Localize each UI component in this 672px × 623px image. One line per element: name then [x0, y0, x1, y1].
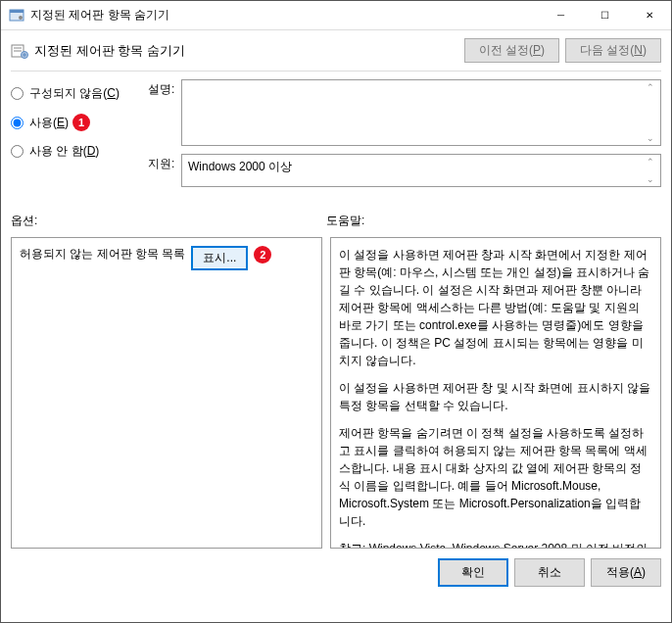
previous-setting-button[interactable]: 이전 설정(P) — [464, 38, 559, 63]
radio-enabled[interactable]: 사용(E) 1 — [11, 114, 148, 131]
header-title: 지정된 제어판 항목 숨기기 — [34, 42, 458, 60]
options-pane: 허용되지 않는 제어판 항목 목록 표시... 2 — [11, 237, 322, 549]
help-paragraph-3: 제어판 항목을 숨기려면 이 정책 설정을 사용하도록 설정하고 표시를 클릭하… — [339, 424, 652, 530]
config-area: 구성되지 않음(C) 사용(E) 1 사용 안 함(D) 설명: ⌃⌄ 지원: … — [1, 72, 671, 195]
section-labels: 옵션: 도움말: — [1, 195, 671, 233]
app-icon — [9, 8, 24, 24]
help-paragraph-4: 참고: Windows Vista, Windows Server 2008 및… — [339, 540, 652, 549]
panes: 허용되지 않는 제어판 항목 목록 표시... 2 이 설정을 사용하면 제어판… — [1, 233, 671, 549]
state-radios: 구성되지 않음(C) 사용(E) 1 사용 안 함(D) — [11, 79, 148, 195]
next-setting-button[interactable]: 다음 설정(N) — [565, 38, 661, 63]
title-bar: 지정된 제어판 항목 숨기기 ─ ☐ ✕ — [1, 1, 671, 30]
maximize-button[interactable]: ☐ — [583, 1, 627, 29]
fields: 설명: ⌃⌄ 지원: Windows 2000 이상 ⌃⌄ — [148, 79, 661, 195]
supported-box: Windows 2000 이상 ⌃⌄ — [181, 154, 661, 187]
radio-disabled-input[interactable] — [11, 145, 24, 158]
scroll-indicator: ⌃⌄ — [643, 82, 658, 143]
marker-2-icon: 2 — [254, 246, 271, 264]
cancel-button[interactable]: 취소 — [514, 558, 585, 587]
radio-not-configured-label: 구성되지 않음(C) — [29, 85, 120, 102]
description-box[interactable]: ⌃⌄ — [181, 79, 661, 146]
minimize-button[interactable]: ─ — [539, 1, 583, 29]
header: 지정된 제어판 항목 숨기기 이전 설정(P) 다음 설정(N) — [1, 30, 671, 71]
description-label: 설명: — [148, 79, 181, 146]
supported-label: 지원: — [148, 154, 181, 187]
radio-enabled-label: 사용(E) — [29, 115, 69, 131]
radio-not-configured[interactable]: 구성되지 않음(C) — [11, 85, 148, 102]
ok-button[interactable]: 확인 — [438, 558, 508, 587]
close-button[interactable]: ✕ — [627, 1, 671, 29]
radio-disabled[interactable]: 사용 안 함(D) — [11, 143, 148, 160]
help-pane[interactable]: 이 설정을 사용하면 제어판 창과 시작 화면에서 지정한 제어판 항목(예: … — [330, 237, 661, 549]
marker-1-icon: 1 — [72, 114, 90, 131]
radio-disabled-label: 사용 안 함(D) — [29, 143, 99, 160]
options-label: 옵션: — [11, 213, 326, 229]
policy-icon — [11, 42, 28, 60]
apply-button[interactable]: 적용(A) — [591, 558, 661, 587]
radio-enabled-input[interactable] — [11, 117, 24, 129]
svg-point-2 — [19, 16, 23, 20]
svg-rect-1 — [10, 10, 24, 13]
footer: 확인 취소 적용(A) — [1, 549, 671, 597]
help-paragraph-1: 이 설정을 사용하면 제어판 창과 시작 화면에서 지정한 제어판 항목(예: … — [339, 246, 652, 369]
supported-text: Windows 2000 이상 — [188, 160, 292, 173]
scroll-indicator-2: ⌃⌄ — [643, 157, 658, 184]
help-paragraph-2: 이 설정을 사용하면 제어판 창 및 시작 화면에 표시하지 않을 특정 항목을… — [339, 379, 652, 414]
show-button[interactable]: 표시... — [191, 246, 248, 270]
radio-not-configured-input[interactable] — [11, 87, 24, 100]
help-label: 도움말: — [326, 213, 364, 229]
window-title: 지정된 제어판 항목 숨기기 — [30, 7, 539, 24]
disallowed-list-label: 허용되지 않는 제어판 항목 목록 — [20, 246, 185, 263]
